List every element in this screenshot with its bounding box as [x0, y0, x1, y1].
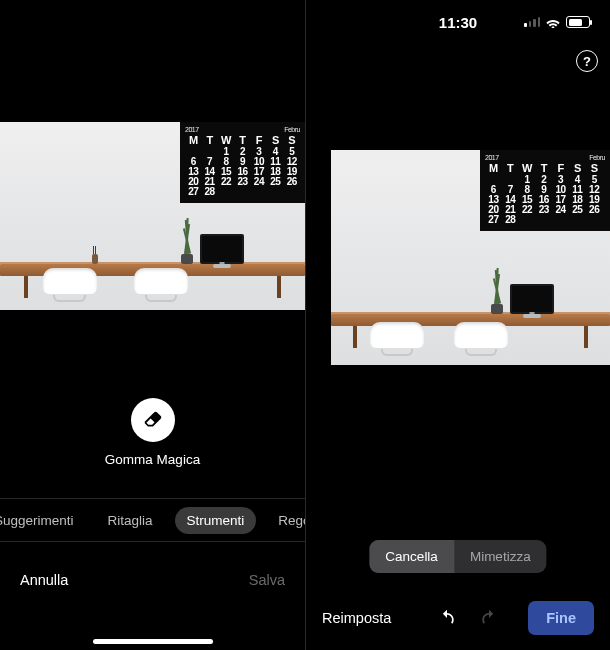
photo-chair	[43, 260, 97, 302]
tab-crop[interactable]: Ritaglia	[96, 507, 165, 534]
home-indicator[interactable]	[93, 639, 213, 644]
mode-segmented: Cancella Mimetizza	[369, 540, 546, 573]
tool-label: Gomma Magica	[105, 452, 200, 467]
mode-camouflage[interactable]: Mimetizza	[454, 540, 547, 573]
cancel-button[interactable]: Annulla	[20, 572, 68, 588]
help-button[interactable]: ?	[576, 50, 598, 72]
edit-tabs: Suggerimenti Ritaglia Strumenti Regola F…	[0, 498, 305, 542]
status-bar: 11:30	[306, 0, 610, 44]
bottom-bar: Annulla Salva	[0, 550, 305, 650]
tab-adjust[interactable]: Regola	[266, 507, 305, 534]
redo-button	[472, 608, 506, 628]
photo-chair	[370, 314, 424, 356]
photo-plant	[490, 268, 504, 314]
done-button[interactable]: Fine	[528, 601, 594, 635]
tab-suggestions[interactable]: Suggerimenti	[0, 507, 86, 534]
undo-button[interactable]	[430, 608, 464, 628]
photo-monitor	[200, 234, 244, 264]
reset-button[interactable]: Reimposta	[322, 610, 391, 626]
screen-tools: 2017Febru MTWTFSS 12345 6789101112 13141…	[0, 0, 305, 650]
photo-monitor	[510, 284, 554, 314]
wifi-icon	[545, 16, 561, 28]
battery-icon	[566, 16, 590, 28]
tab-tools[interactable]: Strumenti	[175, 507, 257, 534]
bottom-bar: Reimposta Fine	[306, 586, 610, 650]
photo-plant	[180, 218, 194, 264]
mode-erase[interactable]: Cancella	[369, 540, 454, 573]
photo-preview[interactable]: 2017Febru MTWTFSS 12345 6789101112 13141…	[0, 122, 305, 310]
calendar-poster: 2017Febru MTWTFSS 12345 6789101112 13141…	[180, 122, 305, 203]
tool-tile-magic-eraser[interactable]: Gomma Magica	[0, 398, 305, 467]
photo-preview[interactable]: 2017Febru MTWTFSS 12345 6789101112 13141…	[331, 150, 610, 365]
calendar-poster: 2017Febru MTWTFSS 12345 6789101112 13141…	[480, 150, 610, 231]
save-button: Salva	[249, 572, 285, 588]
photo-chair	[134, 260, 188, 302]
photo-chair	[454, 314, 508, 356]
eraser-icon	[131, 398, 175, 442]
signal-icon	[524, 17, 540, 27]
screen-eraser: 11:30 ? 2017Febru MTWTFSS 12345 67891011…	[305, 0, 610, 650]
